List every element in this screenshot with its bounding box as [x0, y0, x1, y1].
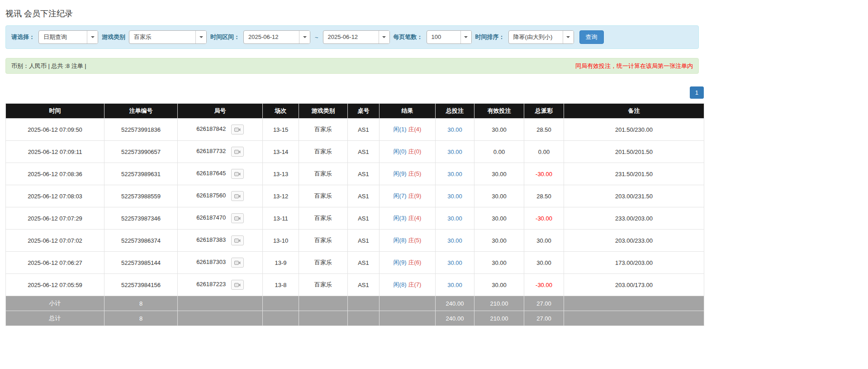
- date-range-label: 时间区间：: [210, 33, 240, 41]
- cell-payout: -30.00: [524, 163, 564, 185]
- total-bet-link[interactable]: 30.00: [447, 215, 462, 222]
- total-row: 总计 8 240.00 210.00 27.00: [6, 311, 704, 326]
- result-banker: 庄(0): [408, 148, 422, 155]
- round-number: 626187732: [196, 148, 226, 154]
- per-page-select[interactable]: 100: [427, 30, 472, 44]
- cell-note: 201.50/201.50: [564, 141, 704, 163]
- subtotal-row: 小计 8 240.00 210.00 27.00: [6, 296, 704, 311]
- date-to-value: 2025-06-12: [323, 31, 379, 43]
- cell-result: 闲(9)庄(5): [379, 163, 436, 185]
- total-bet-link[interactable]: 30.00: [447, 259, 462, 266]
- query-mode-select[interactable]: 日期查询: [38, 30, 98, 44]
- total-empty: [379, 311, 436, 326]
- cell-bet-id: 522573984156: [104, 274, 178, 296]
- total-empty: [178, 311, 263, 326]
- cell-time: 2025-06-12 07:07:29: [6, 207, 104, 230]
- subtotal-total-bet: 240.00: [436, 296, 474, 311]
- video-replay-icon[interactable]: [231, 169, 244, 179]
- result-banker: 庄(5): [408, 170, 422, 177]
- game-type-label: 游戏类别: [102, 33, 125, 41]
- filter-bar: 请选择： 日期查询 游戏类别 百家乐 时间区间： 2025-06-12 ~ 20…: [5, 25, 699, 49]
- chevron-down-icon: [299, 31, 310, 43]
- subtotal-empty: [564, 296, 704, 311]
- video-replay-icon[interactable]: [231, 213, 244, 223]
- per-page-label: 每页笔数：: [394, 33, 423, 41]
- cell-total-bet: 30.00: [436, 207, 474, 230]
- cell-session: 13-15: [263, 119, 299, 141]
- cell-valid-bet: 30.00: [474, 163, 524, 185]
- pagination-page-1[interactable]: 1: [690, 86, 704, 99]
- cell-table: AS1: [348, 141, 379, 163]
- result-banker: 庄(7): [408, 281, 422, 288]
- pagination: 1: [5, 86, 704, 99]
- chevron-down-icon: [195, 31, 206, 43]
- valid-bet-note: 同局有效投注，统一计算在该局第一张注单内: [575, 62, 693, 70]
- total-valid-bet: 210.00: [474, 311, 524, 326]
- cell-time: 2025-06-12 07:08:36: [6, 163, 104, 185]
- per-page-value: 100: [427, 31, 460, 43]
- cell-game-type: 百家乐: [299, 207, 348, 230]
- cell-payout: 30.00: [524, 230, 564, 252]
- cell-game-type: 百家乐: [299, 252, 348, 274]
- table-row: 2025-06-12 07:07:29 522573987346 6261874…: [6, 207, 704, 230]
- video-replay-icon[interactable]: [231, 125, 244, 134]
- cell-result: 闲(8)庄(5): [379, 230, 436, 252]
- cell-payout: 28.50: [524, 185, 564, 207]
- header-session: 场次: [263, 104, 299, 119]
- total-bet-link[interactable]: 30.00: [447, 193, 462, 200]
- subtotal-label: 小计: [6, 296, 104, 311]
- cell-valid-bet: 30.00: [474, 185, 524, 207]
- cell-result: 闲(1)庄(4): [379, 119, 436, 141]
- date-to-select[interactable]: 2025-06-12: [323, 30, 390, 44]
- video-replay-icon[interactable]: [231, 258, 244, 268]
- page-container: 视讯 会员下注纪录 请选择： 日期查询 游戏类别 百家乐 时间区间： 2025-…: [0, 0, 699, 335]
- round-number: 626187470: [196, 214, 226, 221]
- total-bet-link[interactable]: 30.00: [447, 149, 462, 155]
- cell-payout: -30.00: [524, 274, 564, 296]
- cell-session: 13-9: [263, 252, 299, 274]
- cell-table: AS1: [348, 207, 379, 230]
- cell-table: AS1: [348, 119, 379, 141]
- table-row: 2025-06-12 07:09:11 522573990657 6261877…: [6, 141, 704, 163]
- total-label: 总计: [6, 311, 104, 326]
- search-button[interactable]: 查询: [579, 30, 604, 44]
- subtotal-empty: [263, 296, 299, 311]
- round-number: 626187560: [196, 192, 226, 199]
- header-result: 结果: [379, 104, 436, 119]
- game-type-select[interactable]: 百家乐: [129, 30, 207, 44]
- cell-time: 2025-06-12 07:07:02: [6, 230, 104, 252]
- cell-note: 201.50/230.00: [564, 119, 704, 141]
- cell-bet-id: 522573985144: [104, 252, 178, 274]
- total-empty: [348, 311, 379, 326]
- cell-total-bet: 30.00: [436, 252, 474, 274]
- cell-bet-id: 522573988559: [104, 185, 178, 207]
- cell-round: 626187383: [178, 230, 263, 252]
- video-replay-icon[interactable]: [231, 235, 244, 245]
- cell-game-type: 百家乐: [299, 274, 348, 296]
- total-count: 8: [104, 311, 178, 326]
- cell-valid-bet: 30.00: [474, 274, 524, 296]
- chevron-down-icon: [460, 31, 471, 43]
- select-mode-label: 请选择：: [11, 33, 35, 41]
- cell-game-type: 百家乐: [299, 163, 348, 185]
- date-from-select[interactable]: 2025-06-12: [243, 30, 310, 44]
- header-table: 桌号: [348, 104, 379, 119]
- result-banker: 庄(4): [408, 126, 422, 133]
- total-bet-link[interactable]: 30.00: [447, 126, 462, 133]
- total-bet-link[interactable]: 30.00: [447, 237, 462, 244]
- total-bet-link[interactable]: 30.00: [447, 171, 462, 177]
- result-player: 闲(9): [394, 259, 407, 266]
- total-bet-link[interactable]: 30.00: [447, 282, 462, 288]
- video-replay-icon[interactable]: [231, 280, 244, 290]
- result-banker: 庄(4): [408, 215, 422, 221]
- cell-time: 2025-06-12 07:05:59: [6, 274, 104, 296]
- date-from-value: 2025-06-12: [244, 31, 299, 43]
- cell-table: AS1: [348, 274, 379, 296]
- video-replay-icon[interactable]: [231, 191, 244, 201]
- header-time: 时间: [6, 104, 104, 119]
- total-empty: [299, 311, 348, 326]
- time-sort-select[interactable]: 降幂(由大到小): [508, 30, 574, 44]
- header-note: 备注: [564, 104, 704, 119]
- video-replay-icon[interactable]: [231, 147, 244, 157]
- currency-total-text: 币别：人民币 | 总共 :8 注单 |: [11, 62, 86, 70]
